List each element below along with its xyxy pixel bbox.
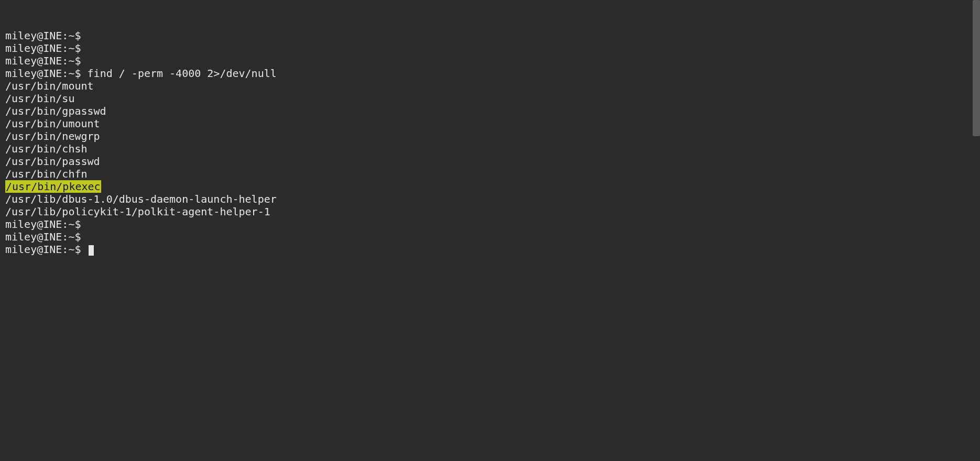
terminal-line: miley@INE:~$	[5, 218, 975, 230]
terminal[interactable]: miley@INE:~$miley@INE:~$miley@INE:~$mile…	[0, 0, 980, 461]
terminal-line: miley@INE:~$ find / -perm -4000 2>/dev/n…	[5, 67, 975, 80]
terminal-line: miley@INE:~$	[5, 54, 975, 67]
terminal-line: miley@INE:~$	[5, 243, 975, 256]
terminal-line: miley@INE:~$	[5, 42, 975, 54]
prompt: miley@INE:~$	[5, 54, 81, 67]
terminal-line: /usr/bin/umount	[5, 117, 975, 130]
output-text: /usr/bin/gpasswd	[5, 105, 106, 117]
terminal-line: /usr/bin/newgrp	[5, 130, 975, 142]
terminal-line: /usr/bin/chsh	[5, 142, 975, 155]
terminal-line: /usr/bin/chfn	[5, 168, 975, 180]
output-text: /usr/bin/mount	[5, 80, 94, 92]
terminal-line: /usr/bin/passwd	[5, 155, 975, 168]
cursor	[89, 245, 94, 256]
terminal-line: /usr/bin/gpasswd	[5, 105, 975, 117]
highlighted-output: /usr/bin/pkexec	[5, 180, 101, 193]
terminal-line: miley@INE:~$	[5, 230, 975, 243]
output-text: /usr/bin/umount	[5, 117, 100, 130]
prompt: miley@INE:~$	[5, 230, 81, 243]
output-text: /usr/bin/newgrp	[5, 130, 100, 142]
terminal-line: /usr/bin/su	[5, 92, 975, 105]
terminal-line: /usr/lib/dbus-1.0/dbus-daemon-launch-hel…	[5, 193, 975, 205]
output-text: /usr/bin/su	[5, 92, 74, 105]
prompt: miley@INE:~$	[5, 29, 81, 42]
output-text: /usr/bin/chsh	[5, 142, 88, 155]
output-text: /usr/lib/policykit-1/polkit-agent-helper…	[5, 205, 270, 218]
terminal-line: /usr/bin/pkexec	[5, 180, 975, 193]
prompt: miley@INE:~$	[5, 218, 81, 230]
output-text: /usr/bin/chfn	[5, 168, 88, 180]
command-text: find / -perm -4000 2>/dev/null	[88, 67, 277, 80]
prompt: miley@INE:~$	[5, 67, 81, 80]
output-text: /usr/lib/dbus-1.0/dbus-daemon-launch-hel…	[5, 193, 277, 205]
prompt: miley@INE:~$	[5, 42, 81, 54]
terminal-line: miley@INE:~$	[5, 29, 975, 42]
terminal-line: /usr/lib/policykit-1/polkit-agent-helper…	[5, 205, 975, 218]
scrollbar-thumb[interactable]	[973, 0, 980, 136]
scrollbar-track[interactable]	[973, 0, 980, 461]
output-text: /usr/bin/passwd	[5, 155, 100, 168]
prompt: miley@INE:~$	[5, 243, 81, 256]
terminal-line: /usr/bin/mount	[5, 80, 975, 92]
